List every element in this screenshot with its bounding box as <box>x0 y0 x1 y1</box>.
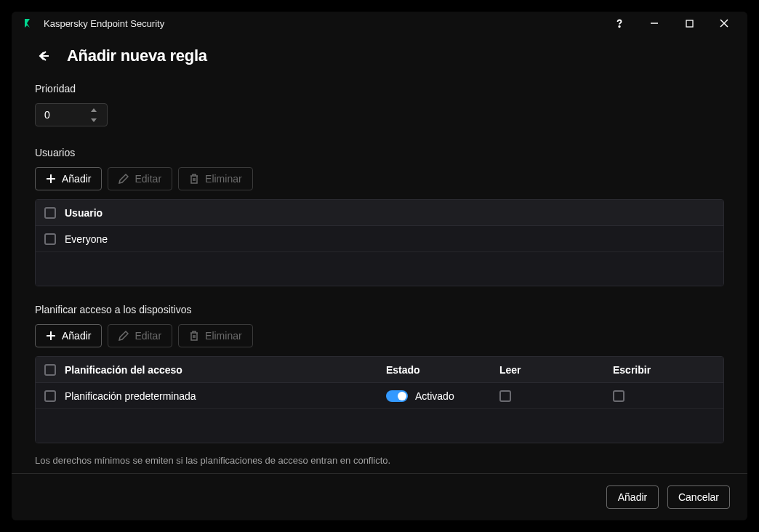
users-delete-label: Eliminar <box>205 173 242 185</box>
schedule-row-name: Planificación predeterminada <box>65 390 386 402</box>
users-column-header: Usuario <box>65 207 715 219</box>
spinner-arrows <box>87 105 101 125</box>
schedule-read-checkbox[interactable] <box>499 390 511 402</box>
footer-add-button[interactable]: Añadir <box>606 485 659 509</box>
hint-text: Los derechos mínimos se emiten si las pl… <box>35 455 724 466</box>
spinner-up-icon[interactable] <box>87 105 101 115</box>
users-table: Usuario Everyone <box>35 199 724 286</box>
users-delete-button[interactable]: Eliminar <box>178 167 253 190</box>
schedule-state-toggle[interactable] <box>386 390 408 402</box>
spinner-down-icon[interactable] <box>87 115 101 125</box>
maximize-button[interactable] <box>672 12 707 35</box>
read-column-header: Leer <box>499 364 613 376</box>
schedule-delete-button[interactable]: Eliminar <box>178 324 253 347</box>
svg-rect-2 <box>686 20 693 27</box>
schedule-column-header: Planificación del acceso <box>65 364 386 376</box>
page-title: Añadir nueva regla <box>67 47 207 65</box>
user-row-checkbox[interactable] <box>44 233 56 245</box>
help-button[interactable] <box>602 12 637 35</box>
schedule-row-state: Activado <box>386 390 499 402</box>
schedule-select-all-checkbox[interactable] <box>44 364 56 376</box>
priority-input[interactable] <box>36 109 87 121</box>
main-window: Kaspersky Endpoint Security Añadir nueva… <box>12 12 747 520</box>
schedule-add-label: Añadir <box>62 330 91 342</box>
app-title: Kaspersky Endpoint Security <box>44 18 593 29</box>
schedule-table-header: Planificación del acceso Estado Leer Esc… <box>36 357 723 383</box>
write-column-header: Escribir <box>613 364 715 376</box>
schedule-write-checkbox[interactable] <box>613 390 625 402</box>
schedule-add-button[interactable]: Añadir <box>35 324 102 347</box>
users-table-header: Usuario <box>36 200 723 226</box>
users-label: Usuarios <box>35 147 724 158</box>
schedule-table-row[interactable]: Planificación predeterminada Activado <box>36 383 723 409</box>
svg-point-0 <box>619 26 620 28</box>
users-table-row[interactable]: Everyone <box>36 226 723 252</box>
priority-spinner[interactable] <box>35 103 108 126</box>
users-add-label: Añadir <box>62 173 91 185</box>
schedule-label: Planificar acceso a los dispositivos <box>35 304 724 315</box>
footer: Añadir Cancelar <box>12 473 747 520</box>
schedule-edit-label: Editar <box>134 330 161 342</box>
page-header: Añadir nueva regla <box>35 47 724 65</box>
users-table-empty <box>36 252 723 286</box>
users-toolbar: Añadir Editar Eliminar <box>35 167 724 190</box>
schedule-row-read <box>499 390 613 402</box>
schedule-table: Planificación del acceso Estado Leer Esc… <box>35 356 724 443</box>
priority-label: Prioridad <box>35 83 724 94</box>
schedule-edit-button[interactable]: Editar <box>108 324 172 347</box>
minimize-button[interactable] <box>637 12 672 35</box>
users-edit-label: Editar <box>134 173 161 185</box>
state-column-header: Estado <box>386 364 499 376</box>
schedule-table-empty <box>36 409 723 443</box>
app-logo <box>23 17 35 29</box>
schedule-toolbar: Añadir Editar Eliminar <box>35 324 724 347</box>
close-button[interactable] <box>707 12 742 35</box>
users-select-all-checkbox[interactable] <box>44 207 56 219</box>
footer-cancel-label: Cancelar <box>678 491 719 503</box>
schedule-state-label: Activado <box>415 390 454 402</box>
user-row-name: Everyone <box>65 233 715 245</box>
schedule-row-checkbox[interactable] <box>44 390 56 402</box>
schedule-row-write <box>613 390 715 402</box>
titlebar-buttons <box>602 12 742 35</box>
footer-cancel-button[interactable]: Cancelar <box>667 485 730 509</box>
content-area: Añadir nueva regla Prioridad Usuarios Añ… <box>12 35 747 473</box>
titlebar: Kaspersky Endpoint Security <box>12 12 747 35</box>
users-add-button[interactable]: Añadir <box>35 167 102 190</box>
back-button[interactable] <box>35 47 52 65</box>
users-edit-button[interactable]: Editar <box>108 167 172 190</box>
footer-add-label: Añadir <box>618 491 647 503</box>
schedule-delete-label: Eliminar <box>205 330 242 342</box>
